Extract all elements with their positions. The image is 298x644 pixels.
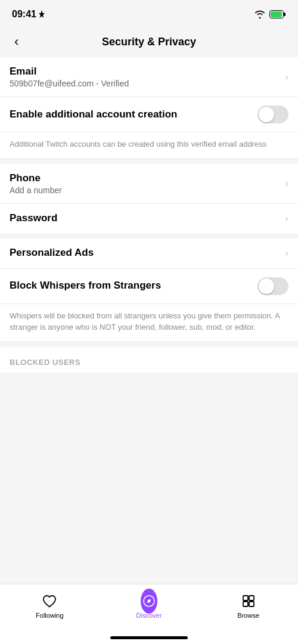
tab-bar: Following Discover Browse bbox=[0, 584, 298, 633]
tab-following[interactable]: Following bbox=[0, 590, 100, 619]
password-item[interactable]: Password › bbox=[0, 204, 298, 234]
following-icon bbox=[41, 593, 58, 609]
home-indicator bbox=[0, 633, 298, 644]
wifi-icon bbox=[254, 10, 266, 18]
phone-title: Phone bbox=[10, 172, 280, 184]
page-title: Security & Privacy bbox=[102, 36, 196, 48]
tab-discover[interactable]: Discover bbox=[100, 590, 199, 619]
enable-additional-label: Enable additional account creation bbox=[10, 108, 257, 121]
svg-rect-6 bbox=[249, 596, 254, 600]
svg-rect-8 bbox=[249, 602, 254, 606]
enable-additional-info: Additional Twitch accounts can be create… bbox=[0, 132, 298, 159]
password-title: Password bbox=[10, 212, 280, 224]
block-whispers-label: Block Whispers from Strangers bbox=[10, 279, 257, 292]
tab-browse[interactable]: Browse bbox=[198, 590, 298, 619]
ads-whispers-section: Personalized Ads › Block Whispers from S… bbox=[0, 239, 298, 342]
discover-icon bbox=[141, 593, 157, 609]
status-icons bbox=[254, 10, 286, 18]
status-time: 09:41 bbox=[12, 9, 36, 20]
email-title: Email bbox=[10, 66, 280, 78]
blocked-users-header: BLOCKED USERS bbox=[0, 347, 298, 373]
following-label: Following bbox=[36, 612, 63, 619]
personalized-ads-item[interactable]: Personalized Ads › bbox=[0, 239, 298, 269]
content: Email 509b07fe@uifeed.com - Verified › E… bbox=[0, 57, 298, 481]
battery-icon bbox=[269, 10, 286, 18]
enable-additional-row: Enable additional account creation bbox=[0, 97, 298, 132]
email-chevron: › bbox=[285, 71, 288, 83]
back-button[interactable]: ‹ bbox=[10, 32, 23, 52]
home-bar bbox=[110, 636, 188, 639]
blocked-users-section: BLOCKED USERS bbox=[0, 347, 298, 373]
email-section: Email 509b07fe@uifeed.com - Verified › E… bbox=[0, 57, 298, 159]
discover-label: Discover bbox=[136, 612, 162, 619]
svg-rect-7 bbox=[243, 602, 248, 606]
block-whispers-toggle[interactable] bbox=[257, 277, 288, 295]
block-whispers-info: Whispers will be blocked from all strang… bbox=[0, 304, 298, 342]
enable-additional-toggle[interactable] bbox=[257, 106, 288, 123]
svg-marker-4 bbox=[147, 599, 151, 603]
email-item[interactable]: Email 509b07fe@uifeed.com - Verified › bbox=[0, 57, 298, 97]
personalized-ads-chevron: › bbox=[285, 247, 288, 259]
phone-subtitle: Add a number bbox=[10, 185, 280, 195]
phone-chevron: › bbox=[285, 177, 288, 190]
personalized-ads-title: Personalized Ads bbox=[10, 247, 280, 259]
block-whispers-row: Block Whispers from Strangers bbox=[0, 269, 298, 304]
location-icon bbox=[39, 10, 45, 18]
browse-label: Browse bbox=[237, 612, 259, 619]
nav-header: ‹ Security & Privacy bbox=[0, 26, 298, 57]
toggle-knob-2 bbox=[259, 278, 274, 294]
status-bar: 09:41 bbox=[0, 0, 298, 26]
toggle-knob bbox=[259, 107, 274, 122]
browse-icon bbox=[240, 593, 257, 609]
svg-rect-5 bbox=[243, 596, 248, 600]
password-chevron: › bbox=[285, 212, 288, 225]
phone-password-section: Phone Add a number › Password › bbox=[0, 164, 298, 234]
svg-rect-1 bbox=[284, 13, 285, 16]
svg-rect-2 bbox=[271, 11, 282, 17]
phone-item[interactable]: Phone Add a number › bbox=[0, 164, 298, 204]
email-subtitle: 509b07fe@uifeed.com - Verified bbox=[10, 79, 280, 88]
